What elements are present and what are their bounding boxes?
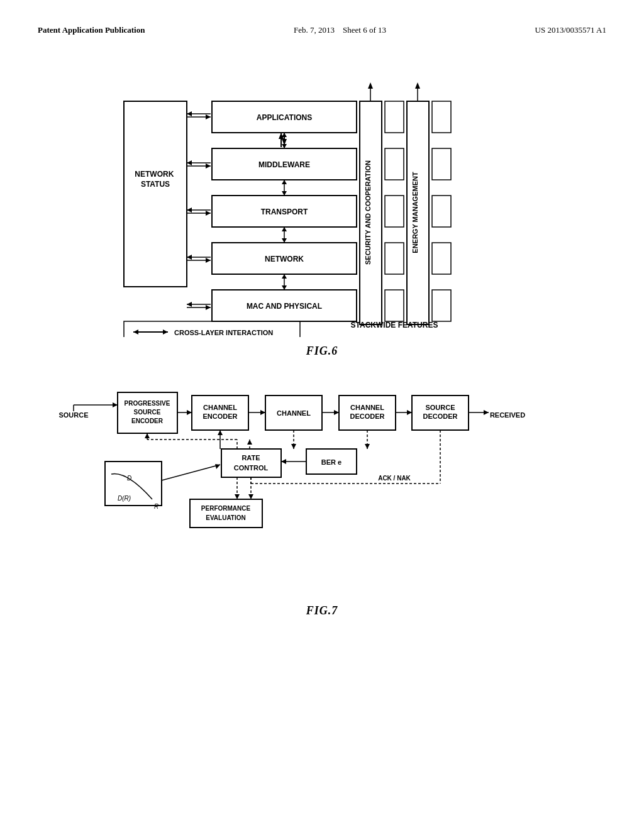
svg-marker-141	[235, 494, 240, 499]
svg-marker-70	[133, 329, 138, 335]
header-date: Feb. 7, 2013	[294, 25, 335, 35]
svg-text:APPLICATIONS: APPLICATIONS	[257, 113, 312, 122]
svg-text:RECEIVED: RECEIVED	[490, 411, 525, 419]
svg-rect-0	[124, 101, 187, 287]
fig7-label: FIG.7	[306, 604, 338, 617]
svg-marker-38	[206, 211, 211, 216]
svg-text:ENCODER: ENCODER	[131, 418, 164, 424]
svg-rect-62	[432, 290, 451, 321]
svg-marker-42	[206, 258, 211, 263]
fig6-container: NETWORK STATUS APPLICATIONS MIDDLEWARE	[38, 67, 606, 358]
svg-marker-16	[282, 191, 287, 196]
svg-text:PROGRESSIVE: PROGRESSIVE	[125, 400, 170, 407]
svg-text:SOURCE: SOURCE	[58, 411, 88, 419]
svg-marker-21	[282, 238, 287, 243]
svg-text:SOURCE: SOURCE	[134, 409, 161, 416]
svg-marker-131	[215, 464, 220, 469]
svg-text:MAC AND PHYSICAL: MAC AND PHYSICAL	[247, 302, 322, 311]
svg-marker-30	[206, 114, 211, 119]
svg-text:DECODER: DECODER	[350, 412, 384, 420]
svg-marker-108	[365, 444, 370, 449]
svg-rect-60	[432, 196, 451, 227]
svg-text:RATE: RATE	[242, 454, 260, 462]
svg-rect-51	[385, 101, 404, 133]
svg-rect-59	[432, 148, 451, 180]
fig6-label: FIG.6	[306, 345, 338, 358]
svg-rect-55	[385, 290, 404, 321]
svg-rect-54	[385, 243, 404, 274]
svg-rect-137	[190, 499, 262, 528]
svg-marker-32	[187, 111, 192, 116]
svg-marker-64	[368, 82, 373, 89]
svg-text:ENERGY MANAGEMENT: ENERGY MANAGEMENT	[411, 172, 419, 253]
svg-rect-126	[105, 462, 162, 506]
fig6-diagram: NETWORK STATUS APPLICATIONS MIDDLEWARE	[86, 67, 558, 337]
svg-marker-91	[260, 410, 265, 415]
svg-text:STACKWIDE FEATURES: STACKWIDE FEATURES	[351, 321, 438, 329]
header-right: US 2013/0035571 A1	[535, 25, 606, 35]
svg-rect-61	[432, 243, 451, 274]
svg-text:R: R	[154, 503, 158, 510]
svg-marker-34	[206, 163, 211, 169]
svg-rect-53	[385, 196, 404, 227]
svg-marker-11	[282, 144, 287, 148]
svg-marker-20	[282, 227, 287, 231]
svg-marker-46	[206, 305, 211, 310]
svg-rect-58	[432, 101, 451, 133]
svg-text:CONTROL: CONTROL	[234, 464, 269, 472]
fig7-diagram: SOURCE PROGRESSIVE SOURCE ENCODER CHANNE…	[55, 377, 589, 597]
page-header: Patent Application Publication Feb. 7, 2…	[38, 25, 606, 35]
svg-rect-52	[385, 148, 404, 180]
svg-text:CHANNEL: CHANNEL	[203, 404, 237, 411]
svg-text:EVALUATION: EVALUATION	[206, 514, 246, 521]
svg-line-130	[162, 465, 220, 480]
svg-text:ACK / NAK: ACK / NAK	[378, 475, 411, 482]
svg-marker-48	[187, 302, 192, 307]
svg-text:NETWORK
        STATUS: NETWORK STATUS	[135, 170, 175, 189]
svg-marker-44	[187, 255, 192, 260]
svg-marker-66	[415, 82, 420, 89]
svg-text:D: D	[127, 475, 131, 482]
svg-marker-40	[187, 208, 192, 213]
svg-text:PERFORMANCE: PERFORMANCE	[201, 505, 251, 512]
svg-marker-15	[282, 180, 287, 184]
svg-text:NETWORK: NETWORK	[265, 255, 304, 263]
svg-marker-10	[282, 133, 287, 137]
svg-text:CROSS-LAYER INTERACTION: CROSS-LAYER INTERACTION	[174, 329, 273, 336]
svg-text:CHANNEL: CHANNEL	[277, 409, 311, 417]
svg-marker-86	[187, 410, 192, 415]
svg-marker-114	[281, 459, 286, 464]
svg-marker-100	[407, 410, 412, 415]
svg-text:BER e: BER e	[321, 458, 341, 466]
svg-text:CHANNEL: CHANNEL	[350, 404, 384, 411]
svg-text:D(R): D(R)	[118, 495, 131, 502]
svg-text:ENCODER: ENCODER	[203, 412, 237, 420]
svg-text:TRANSPORT: TRANSPORT	[261, 208, 308, 216]
page: Patent Application Publication Feb. 7, 2…	[0, 0, 644, 830]
svg-text:DECODER: DECODER	[423, 412, 457, 420]
svg-marker-119	[218, 430, 223, 435]
fig7-container: SOURCE PROGRESSIVE SOURCE ENCODER CHANNE…	[38, 377, 606, 617]
svg-marker-25	[282, 274, 287, 279]
svg-marker-36	[187, 160, 192, 165]
svg-marker-105	[484, 410, 489, 415]
svg-text:SECURITY AND COOPERATION: SECURITY AND COOPERATION	[364, 160, 372, 265]
svg-marker-123	[145, 433, 150, 438]
svg-marker-80	[113, 402, 118, 407]
svg-marker-26	[282, 285, 287, 290]
svg-rect-115	[221, 449, 281, 477]
header-center: Feb. 7, 2013 Sheet 6 of 13	[294, 25, 386, 35]
svg-marker-71	[163, 329, 168, 335]
svg-marker-125	[247, 440, 252, 445]
svg-text:MIDDLEWARE: MIDDLEWARE	[258, 160, 310, 169]
header-sheet: Sheet 6 of 13	[343, 25, 386, 35]
svg-marker-110	[291, 444, 296, 449]
svg-marker-95	[334, 410, 339, 415]
svg-text:SOURCE: SOURCE	[425, 404, 455, 411]
svg-marker-143	[248, 494, 253, 499]
header-left: Patent Application Publication	[38, 25, 145, 35]
